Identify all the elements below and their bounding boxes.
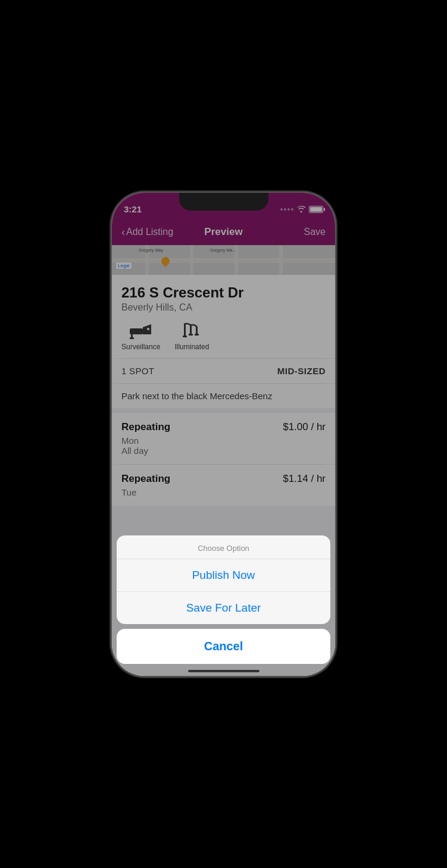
phone-screen: 3:21 ‹: [112, 193, 335, 676]
phone-frame: 3:21 ‹: [112, 193, 335, 676]
publish-now-button[interactable]: Publish Now: [117, 559, 330, 591]
save-for-later-button[interactable]: Save For Later: [117, 591, 330, 624]
action-sheet: Choose Option Publish Now Save For Later: [117, 535, 330, 624]
notch: [179, 193, 268, 211]
cancel-button[interactable]: Cancel: [117, 629, 330, 664]
action-sheet-container: Choose Option Publish Now Save For Later…: [112, 535, 335, 676]
action-sheet-cancel: Cancel: [117, 629, 330, 664]
action-sheet-title: Choose Option: [117, 535, 330, 559]
home-indicator: [188, 670, 260, 672]
